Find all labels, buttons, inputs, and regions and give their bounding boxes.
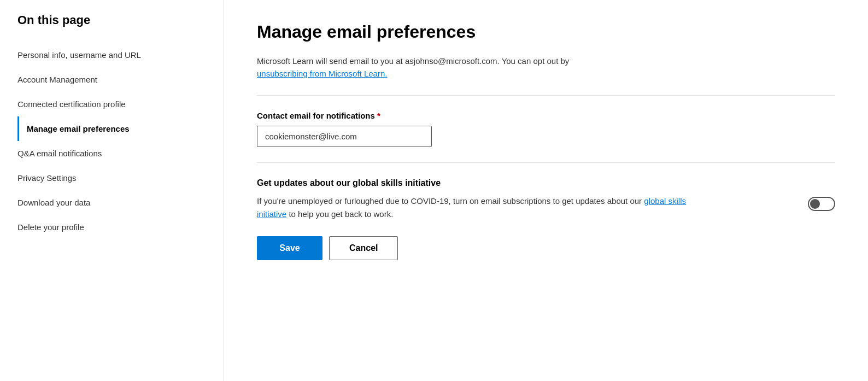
global-skills-heading: Get updates about our global skills init… [257, 178, 835, 188]
sidebar-item-download-data[interactable]: Download your data [17, 190, 206, 215]
contact-email-section: Contact email for notifications * [257, 111, 835, 147]
save-button[interactable]: Save [257, 236, 322, 260]
sidebar-item-privacy-settings[interactable]: Privacy Settings [17, 166, 206, 190]
required-star: * [377, 111, 380, 120]
section-divider-1 [257, 95, 835, 96]
sidebar-item-qa-email[interactable]: Q&A email notifications [17, 141, 206, 166]
button-row: Save Cancel [257, 236, 835, 260]
global-skills-toggle-row: If you're unemployed or furloughed due t… [257, 195, 835, 221]
email-input[interactable] [257, 126, 432, 147]
main-content: Manage email preferences Microsoft Learn… [224, 0, 868, 381]
cancel-button[interactable]: Cancel [329, 236, 398, 260]
description-prefix-text: Microsoft Learn will send email to you a… [257, 56, 569, 66]
page-title: Manage email preferences [257, 22, 835, 42]
description-paragraph: Microsoft Learn will send email to you a… [257, 55, 835, 80]
sidebar-title: On this page [17, 13, 206, 27]
sidebar-item-delete-profile[interactable]: Delete your profile [17, 215, 206, 239]
global-skills-toggle[interactable] [808, 197, 835, 211]
sidebar-item-account-management[interactable]: Account Management [17, 67, 206, 92]
sidebar-item-connected-certification[interactable]: Connected certification profile [17, 92, 206, 116]
section-divider-2 [257, 162, 835, 163]
sidebar-item-manage-email[interactable]: Manage email preferences [17, 116, 206, 141]
toggle-track [808, 197, 835, 211]
sidebar-nav: Personal info, username and URL Account … [17, 43, 206, 239]
contact-email-label: Contact email for notifications * [257, 111, 835, 120]
sidebar-item-personal-info[interactable]: Personal info, username and URL [17, 43, 206, 67]
global-skills-description: If you're unemployed or furloughed due t… [257, 195, 705, 221]
sidebar: On this page Personal info, username and… [0, 0, 224, 381]
toggle-thumb [810, 199, 820, 209]
unsubscribe-link[interactable]: unsubscribing from Microsoft Learn. [257, 69, 387, 78]
